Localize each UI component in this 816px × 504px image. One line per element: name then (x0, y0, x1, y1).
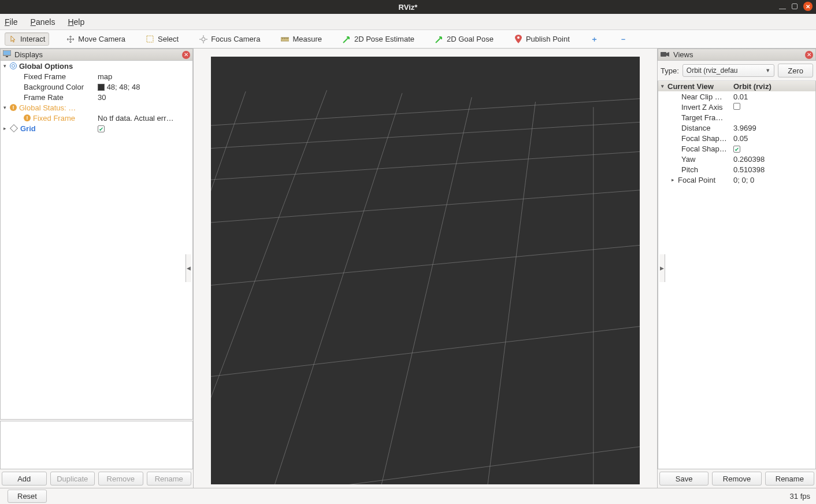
prop-value[interactable]: 0.05 (733, 134, 748, 143)
views-panel: Views ✕ Type: Orbit (rviz_defau ▼ Zero ▾… (657, 49, 816, 488)
add-button[interactable]: Add (2, 472, 47, 486)
displays-panel: Displays ✕ ▾ Global Options Fixed Frame … (0, 49, 194, 488)
bg-color-value[interactable]: 48; 48; 48 (98, 83, 192, 91)
disclosure-icon[interactable]: ▸ (670, 177, 676, 183)
status-bar: Reset 31 fps (0, 488, 816, 503)
description-area (0, 421, 193, 469)
disclosure-icon[interactable]: ▸ (2, 125, 8, 131)
prop-label[interactable]: Invert Z Axis (681, 103, 723, 112)
fixed-frame-label[interactable]: Fixed Frame (24, 72, 66, 81)
ruler-icon (281, 35, 289, 43)
color-swatch-icon (98, 84, 105, 91)
prop-label[interactable]: Pitch (681, 165, 698, 174)
tool-pose-label: 2D Pose Estimate (354, 35, 414, 43)
tool-pose-estimate[interactable]: 2D Pose Estimate (339, 33, 418, 45)
tool-focus-label: Focus Camera (211, 35, 260, 43)
grid-icon (10, 124, 18, 132)
maximize-icon[interactable] (792, 3, 798, 9)
views-close-icon[interactable]: ✕ (805, 51, 813, 59)
prop-value[interactable]: 0.01 (733, 92, 748, 101)
duplicate-button: Duplicate (50, 472, 95, 486)
pointer-icon (9, 35, 17, 43)
tool-measure[interactable]: Measure (277, 33, 325, 45)
displays-header[interactable]: Displays ✕ (0, 49, 193, 61)
save-button[interactable]: Save (659, 472, 709, 486)
svg-point-1 (202, 38, 205, 41)
select-icon (146, 35, 154, 43)
checkbox[interactable] (733, 103, 740, 110)
tool-goal-pose[interactable]: 2D Goal Pose (432, 33, 497, 45)
center-area: ◀ (194, 49, 657, 488)
window-titlebar: RViz* ✕ (0, 0, 816, 14)
minimize-icon[interactable] (779, 9, 786, 9)
zero-button[interactable]: Zero (778, 64, 813, 77)
prop-label[interactable]: Near Clip … (681, 92, 722, 101)
grid-checkbox[interactable]: ✔ (98, 125, 105, 132)
close-icon[interactable]: ✕ (803, 2, 813, 11)
prop-label[interactable]: Distance (681, 124, 711, 132)
displays-tree[interactable]: ▾ Global Options Fixed Frame map Backgro… (0, 61, 193, 420)
tool-move-label: Move Camera (78, 35, 125, 43)
tool-publish-point[interactable]: Publish Point (511, 33, 573, 45)
displays-close-icon[interactable]: ✕ (182, 51, 190, 59)
warning-icon: ! (10, 104, 17, 111)
3d-viewport[interactable] (211, 57, 640, 484)
prop-value[interactable]: 0.260398 (733, 155, 765, 164)
tool-remove[interactable]: － (616, 34, 631, 45)
bg-color-label[interactable]: Background Color (24, 83, 84, 91)
toolbar: Interact Move Camera Select Focus Camera… (0, 30, 816, 49)
current-view-value: Orbit (rviz) (733, 82, 815, 91)
views-remove-button[interactable]: Remove (712, 472, 761, 486)
checkbox[interactable]: ✔ (733, 146, 740, 153)
view-type-combo[interactable]: Orbit (rviz_defau ▼ (683, 64, 774, 77)
collapse-left-icon[interactable]: ◀ (186, 254, 191, 282)
tool-measure-label: Measure (292, 35, 322, 43)
svg-rect-5 (3, 51, 10, 55)
global-options-label[interactable]: Global Options (19, 62, 73, 71)
svg-point-3 (517, 36, 520, 39)
prop-label[interactable]: Focal Shap… (681, 134, 727, 143)
camera-icon (661, 50, 670, 59)
disclosure-icon[interactable]: ▾ (2, 105, 8, 110)
prop-label[interactable]: Target Fra… (681, 113, 723, 122)
tool-select[interactable]: Select (143, 33, 182, 45)
views-header[interactable]: Views ✕ (658, 49, 816, 61)
plus-icon: ＋ (591, 35, 599, 43)
rename-button: Rename (147, 472, 192, 486)
tool-focus-camera[interactable]: Focus Camera (196, 33, 264, 45)
prop-label[interactable]: Focal Point (678, 176, 715, 184)
fixed-frame-value[interactable]: map (98, 72, 192, 81)
displays-buttons: Add Duplicate Remove Rename (0, 469, 193, 488)
grid-render (211, 57, 640, 484)
reset-button[interactable]: Reset (8, 490, 47, 503)
global-status-label[interactable]: Global Status: … (19, 103, 76, 112)
views-buttons: Save Remove Rename (658, 469, 816, 488)
prop-value[interactable]: 0; 0; 0 (733, 176, 754, 184)
fixed-frame-status-label[interactable]: Fixed Frame (33, 114, 75, 123)
views-title: Views (673, 50, 693, 59)
prop-label[interactable]: Focal Shap… (681, 144, 727, 153)
disclosure-icon[interactable]: ▾ (659, 83, 665, 89)
collapse-right-icon[interactable]: ▶ (659, 254, 665, 282)
remove-button: Remove (98, 472, 143, 486)
tool-add[interactable]: ＋ (587, 34, 602, 45)
fps-readout: 31 fps (790, 492, 810, 501)
tool-interact[interactable]: Interact (5, 32, 49, 46)
prop-value[interactable]: 3.9699 (733, 124, 756, 132)
pin-icon (514, 35, 522, 43)
views-rename-button[interactable]: Rename (765, 472, 814, 486)
prop-label[interactable]: Yaw (681, 155, 695, 164)
disclosure-icon[interactable]: ▾ (2, 63, 8, 69)
menu-panels[interactable]: Panels (31, 17, 55, 27)
grid-item-label[interactable]: Grid (20, 124, 36, 133)
frame-rate-value[interactable]: 30 (98, 93, 192, 102)
svg-rect-6 (6, 56, 8, 57)
tool-move-camera[interactable]: Move Camera (63, 33, 129, 45)
views-tree[interactable]: ▾ Current View Orbit (rviz) Near Clip …0… (658, 81, 816, 469)
menu-file[interactable]: File (5, 17, 18, 27)
frame-rate-label[interactable]: Frame Rate (24, 93, 64, 102)
prop-value[interactable]: 0.510398 (733, 165, 765, 174)
arrow-green-icon (343, 35, 351, 43)
current-view-label[interactable]: Current View (667, 82, 714, 91)
menu-help[interactable]: Help (68, 17, 84, 27)
